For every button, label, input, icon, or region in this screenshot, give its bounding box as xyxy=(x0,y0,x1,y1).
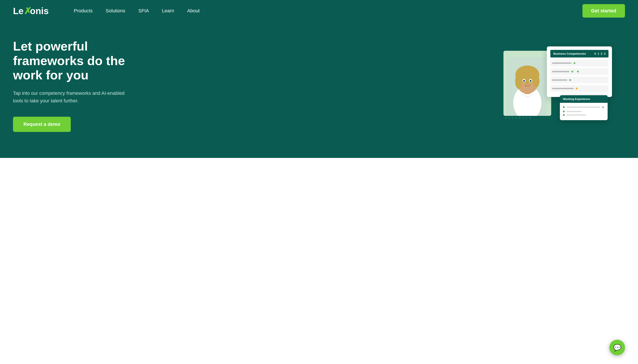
hero-section: Let powerful frameworks do the work for … xyxy=(0,22,638,158)
experience-header: Working Experience xyxy=(560,95,608,103)
comp-line-1 xyxy=(552,62,571,64)
exp-star-1: ★ xyxy=(602,106,604,109)
experience-body: ★ xyxy=(560,103,608,120)
star-green-4: ★ xyxy=(568,78,571,82)
svg-point-58 xyxy=(532,74,539,88)
bottom-section xyxy=(0,158,638,184)
comp-line-3 xyxy=(552,80,567,81)
star-green-1: ★ xyxy=(573,61,576,65)
exp-item-3 xyxy=(563,114,604,116)
nav-link-about[interactable]: About xyxy=(187,8,200,14)
chat-icon: 💬 xyxy=(613,344,621,352)
comp-line-2 xyxy=(552,71,569,72)
experience-card: Working Experience ★ xyxy=(560,95,608,120)
nav-link-learn[interactable]: Learn xyxy=(162,8,174,14)
svg-point-50 xyxy=(526,117,527,119)
svg-point-57 xyxy=(515,74,522,89)
stars-4: ★ xyxy=(575,86,578,90)
stars-1: ★ xyxy=(573,61,576,65)
svg-text:e: e xyxy=(19,6,24,16)
nav-link-sfia[interactable]: SFIA xyxy=(138,8,149,14)
competency-row-3: ★ xyxy=(550,76,608,83)
svg-point-64 xyxy=(530,80,531,82)
col-2: 2 xyxy=(601,52,602,55)
svg-text:onis: onis xyxy=(30,6,49,16)
competency-row-1: ★ xyxy=(550,60,608,66)
hero-subtitle: Tap into our competency frameworks and A… xyxy=(13,89,135,104)
star-orange-1: ★ xyxy=(575,86,578,90)
logo[interactable]: L e ✗ onis xyxy=(13,6,57,16)
nav-links: Products Solutions SFIA Learn About xyxy=(74,8,582,14)
competency-row-4: ★ xyxy=(550,85,608,92)
svg-point-63 xyxy=(524,80,524,82)
col-3: 3 xyxy=(604,52,605,55)
competency-row-2: ★ ★ xyxy=(550,68,608,75)
svg-point-51 xyxy=(529,117,530,119)
col-1: 1 xyxy=(598,52,599,55)
exp-dot-1 xyxy=(563,106,565,108)
navbar: L e ✗ onis Products Solutions SFIA Learn… xyxy=(0,0,638,22)
competency-title: Business Competencies xyxy=(553,52,586,55)
hero-illustration: // dots generated below xyxy=(503,46,612,124)
star-green-3: ★ xyxy=(576,70,579,74)
person-card xyxy=(503,51,551,116)
exp-line-1 xyxy=(566,106,600,108)
nav-link-products[interactable]: Products xyxy=(74,8,93,14)
competency-card: Business Competencies 0 1 2 3 ★ ★ xyxy=(547,46,612,97)
svg-text:L: L xyxy=(13,6,19,16)
svg-point-49 xyxy=(522,117,524,119)
get-started-button[interactable]: Get started xyxy=(582,4,625,18)
demo-button[interactable]: Request a demo xyxy=(13,117,71,132)
svg-point-44 xyxy=(505,117,506,119)
hero-title: Let powerful frameworks do the work for … xyxy=(13,39,154,82)
stars-2: ★ ★ xyxy=(571,70,579,74)
exp-line-3 xyxy=(566,114,586,116)
svg-point-48 xyxy=(519,117,520,119)
svg-point-46 xyxy=(512,117,513,119)
comp-line-4 xyxy=(552,88,574,89)
chat-button[interactable]: 💬 xyxy=(609,340,625,355)
nav-link-solutions[interactable]: Solutions xyxy=(106,8,126,14)
hero-content: Let powerful frameworks do the work for … xyxy=(13,39,154,132)
svg-point-47 xyxy=(515,117,517,119)
col-0: 0 xyxy=(594,52,596,55)
person-silhouette xyxy=(508,57,547,116)
logo-svg: L e ✗ onis xyxy=(13,6,57,16)
exp-dot-2 xyxy=(563,111,565,112)
exp-dot-3 xyxy=(563,114,565,116)
competency-card-header: Business Competencies 0 1 2 3 xyxy=(550,50,608,58)
svg-point-65 xyxy=(526,83,528,84)
exp-item-2 xyxy=(563,111,604,112)
exp-item-1: ★ xyxy=(563,106,604,109)
exp-line-2 xyxy=(566,111,581,112)
star-green-2: ★ xyxy=(571,70,574,74)
stars-3: ★ xyxy=(568,78,571,82)
competency-cols: 0 1 2 3 xyxy=(594,52,605,55)
svg-point-45 xyxy=(508,117,510,119)
